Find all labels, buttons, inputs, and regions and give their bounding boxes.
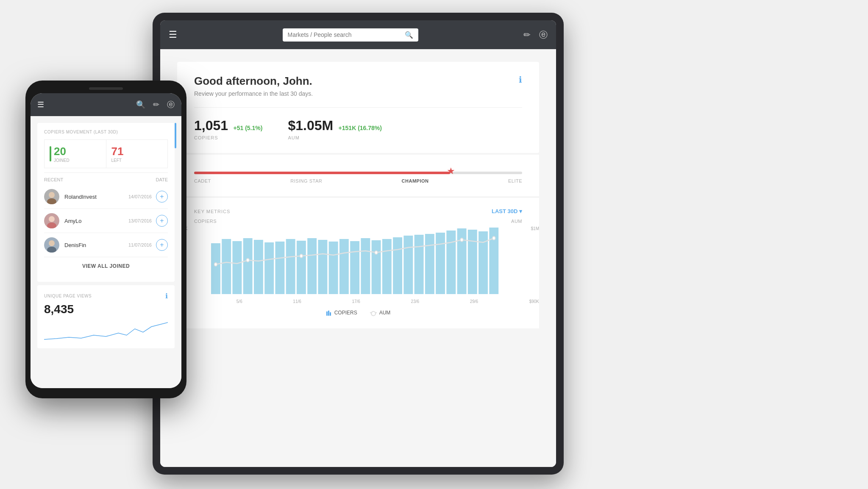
legend-aum[interactable]: AUM <box>370 310 391 316</box>
aum-label: AUM <box>288 135 382 140</box>
svg-rect-2 <box>232 241 242 294</box>
aum-axis-label: AUM <box>511 219 522 224</box>
tablet-edit-icon[interactable]: ✏ <box>523 30 531 40</box>
person-name-denisfin: DenisFin <box>64 242 128 248</box>
svg-rect-0 <box>211 243 220 294</box>
rank-star-icon: ★ <box>447 166 455 177</box>
y-label-top-right: $1M <box>529 226 539 231</box>
metrics-period-selector[interactable]: LAST 30D ▾ <box>492 208 522 214</box>
chart-legend: COPIERS AUM <box>194 310 522 316</box>
legend-copiers[interactable]: COPIERS <box>326 310 357 316</box>
svg-point-40 <box>49 216 55 222</box>
phone-search-icon[interactable]: 🔍 <box>136 100 145 109</box>
person-name-roland: RolandInvest <box>64 194 128 200</box>
mini-chart <box>44 320 168 342</box>
metrics-title: KEY METRICS <box>194 209 230 214</box>
svg-rect-22 <box>446 231 456 294</box>
phone-user-icon[interactable]: ⓔ <box>167 100 175 110</box>
svg-point-37 <box>49 192 55 198</box>
copiers-value: 1,051 <box>194 118 228 133</box>
rank-bar-bg: ★ <box>194 172 522 174</box>
person-row: AmyLo 13/07/2016 + <box>44 209 168 233</box>
copiers-movement-title: COPIERS MOVEMENT (LAST 30D) <box>44 130 168 134</box>
phone-recent-header: RECENT DATE <box>44 172 168 185</box>
svg-rect-35 <box>330 312 331 316</box>
x-label-1: 5/6 <box>236 299 242 304</box>
copiers-movement-card: COPIERS MOVEMENT (LAST 30D) 20 JOINED 71 <box>37 123 175 282</box>
phone-header-icons: 🔍 ✏ ⓔ <box>136 100 175 110</box>
legend-copiers-label: COPIERS <box>334 310 357 316</box>
joined-label: JOINED <box>54 158 70 163</box>
bar-chart-icon <box>326 310 332 316</box>
svg-point-43 <box>49 240 55 246</box>
person-name-amylo: AmyLo <box>64 218 128 224</box>
svg-point-31 <box>460 238 463 242</box>
recent-label: RECENT <box>44 177 63 182</box>
phone-menu-icon[interactable]: ☰ <box>37 100 44 109</box>
chart-wrapper: 0.9K 1K <box>194 226 522 304</box>
svg-rect-21 <box>436 233 445 294</box>
x-label-5: 29/6 <box>470 299 478 304</box>
rank-section: ★ CADET RISING STAR CHAMPION ELITE <box>177 155 539 196</box>
add-denisfin-button[interactable]: + <box>156 239 168 251</box>
greeting-title: Good afternoon, John. <box>194 75 313 88</box>
copiers-stat: 1,051 +51 (5.1%) COPIERS <box>194 118 262 140</box>
rank-label-elite: ELITE <box>508 178 522 183</box>
rank-label-champion: CHAMPION <box>402 178 429 183</box>
phone-content: COPIERS MOVEMENT (LAST 30D) 20 JOINED 71 <box>31 116 181 388</box>
svg-point-29 <box>300 254 303 258</box>
tablet-screen: ☰ 🔍 ✏ ⓔ Good afternoon, John. Review you… <box>160 20 556 467</box>
greeting-header: Good afternoon, John. Review your perfor… <box>194 75 522 97</box>
tablet-user-icon[interactable]: ⓔ <box>539 29 548 41</box>
aum-stat: $1.05M +151K (16.78%) AUM <box>288 118 382 140</box>
svg-rect-13 <box>350 241 359 294</box>
chart-y-labels-right: $1M $90K <box>529 226 539 304</box>
svg-rect-10 <box>318 240 327 294</box>
copiers-label: COPIERS <box>194 135 262 140</box>
aum-line-icon <box>370 312 377 313</box>
svg-rect-20 <box>425 234 434 294</box>
left-label: LEFT <box>111 158 163 163</box>
avatar-roland <box>44 189 59 204</box>
avatar-amylo <box>44 213 59 228</box>
rank-bar-fill <box>194 172 450 174</box>
svg-point-32 <box>492 236 495 240</box>
aum-change: +151K (16.78%) <box>339 125 382 131</box>
svg-rect-1 <box>222 239 231 294</box>
metrics-header: KEY METRICS LAST 30D ▾ <box>194 208 522 214</box>
person-date-roland: 14/07/2016 <box>128 194 152 199</box>
page-views-info-icon[interactable]: ℹ <box>165 292 168 300</box>
svg-rect-11 <box>329 242 338 294</box>
chart-x-labels: 5/6 11/6 17/6 23/6 29/6 <box>211 299 504 304</box>
person-row: DenisFin 11/07/2016 + <box>44 233 168 257</box>
add-roland-button[interactable]: + <box>156 191 168 203</box>
sidebar-scroll-bar <box>175 123 176 148</box>
page-views-card: UNIQUE PAGE VIEWS ℹ 8,435 <box>37 285 175 348</box>
add-amylo-button[interactable]: + <box>156 215 168 227</box>
y-label-bottom-right: $90K <box>529 299 539 304</box>
legend-aum-label: AUM <box>379 310 391 316</box>
tablet-search-input[interactable] <box>288 31 402 38</box>
rank-bar-container: ★ CADET RISING STAR CHAMPION ELITE <box>194 172 522 183</box>
svg-rect-3 <box>243 238 253 294</box>
svg-rect-7 <box>286 239 295 294</box>
phone-screen: ☰ 🔍 ✏ ⓔ COPIERS MOVEMENT (LAST 30D) 20 <box>31 93 181 388</box>
person-date-denisfin: 11/07/2016 <box>128 242 152 247</box>
phone-edit-icon[interactable]: ✏ <box>153 100 159 109</box>
left-value: 71 <box>111 145 163 158</box>
tablet-header-right: ✏ ⓔ <box>523 29 548 41</box>
page-views-header: UNIQUE PAGE VIEWS ℹ <box>44 292 168 300</box>
tablet-search-bar[interactable]: 🔍 <box>283 28 418 42</box>
copiers-movement-row: 20 JOINED 71 LEFT <box>44 139 168 168</box>
tablet-menu-icon[interactable]: ☰ <box>169 29 177 40</box>
joined-bar <box>50 146 51 161</box>
svg-rect-9 <box>307 238 317 294</box>
rank-label-rising-star: RISING STAR <box>290 178 322 183</box>
info-icon[interactable]: ℹ <box>519 75 522 85</box>
page-views-value: 8,435 <box>44 303 168 316</box>
person-row: RolandInvest 14/07/2016 + <box>44 185 168 209</box>
svg-rect-18 <box>403 236 413 294</box>
view-all-joined-button[interactable]: VIEW ALL JOINED <box>44 257 168 275</box>
date-label: DATE <box>156 177 168 182</box>
person-date-amylo: 13/07/2016 <box>128 218 152 223</box>
